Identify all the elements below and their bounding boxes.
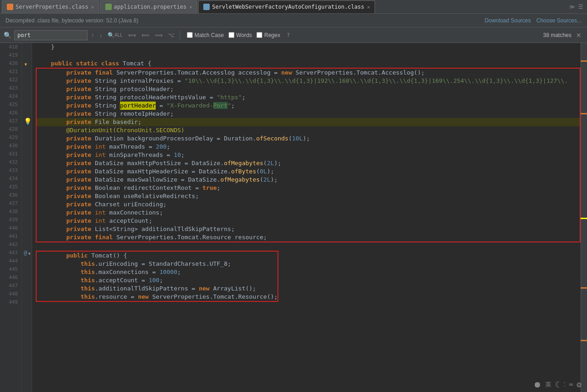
tab-icon-orange (7, 4, 13, 10)
line-num-446: 446 (2, 274, 18, 282)
tab-servlet-config[interactable]: ServletWebServerFactoryAutoConfiguration… (198, 0, 375, 13)
code-line-426: private String remoteIpHeader; (37, 110, 580, 118)
code-line-440: private List<String> additionalTldSkipPa… (37, 225, 580, 233)
line-num-428: 428 (2, 125, 18, 134)
line-num-430: 430 (2, 142, 18, 150)
download-sources-link[interactable]: Download Sources (485, 17, 531, 24)
code-line-444: this.uriEncoding = StandardCharsets.UTF_… (37, 260, 277, 268)
tab-label-servlet: ServletWebServerFactoryAutoConfiguration… (212, 4, 364, 10)
search-word-btn[interactable]: ⟺ (126, 31, 138, 39)
match-case-checkbox[interactable] (187, 32, 193, 38)
search-find-btn[interactable]: 🔍ALL (106, 31, 125, 39)
line-num-426: 426 (2, 109, 18, 117)
tray-record-icon[interactable]: ⏺ (533, 380, 542, 389)
red-box-section-1: private final ServerProperties.Tomcat.Ac… (36, 68, 581, 242)
line-num-432: 432 (2, 158, 18, 166)
line-num-420: 420 (2, 59, 18, 68)
tab-icon-blue (203, 4, 210, 10)
search-close-button[interactable]: ✕ (573, 31, 584, 40)
code-line-430: private int maxThreads = 200; (37, 143, 580, 151)
tab-close-servlet[interactable]: ✕ (367, 4, 370, 10)
search-help-icon[interactable]: ? (285, 31, 292, 39)
scroll-mark-4 (581, 340, 587, 341)
code-line-435: private Boolean redirectContextRoot = tr… (37, 184, 580, 192)
line-num-439: 439 (2, 216, 18, 224)
line-num-419: 419 (2, 51, 18, 59)
tray-moon-icon[interactable]: ☾ (555, 380, 560, 389)
tab-close-app[interactable]: ✕ (190, 4, 193, 10)
decompiled-info-text: Decompiled .class file, bytecode version… (5, 17, 138, 24)
code-line-443: public Tomcat() { (37, 252, 277, 260)
regex-label: Regex (264, 32, 280, 38)
line-num-429: 429 (2, 134, 18, 142)
tab-close-server[interactable]: ✕ (91, 4, 94, 10)
words-option[interactable]: Words (228, 32, 252, 38)
search-next-word-btn[interactable]: ⟹ (153, 31, 164, 39)
code-line-422: private String internalProxies = "10\\.\… (37, 77, 580, 85)
tray-language-icon[interactable]: 英 (545, 381, 551, 389)
search-bar: 🔍 ↑ ↓ 🔍ALL ⟺ ⟸ ⟹ ⌥ Match Case Words Rege… (0, 27, 587, 43)
gutter-panel: ▾ 💡 @ ▾ (22, 43, 32, 392)
line-num-443: 443 (2, 249, 18, 257)
tray-keyboard-icon[interactable]: ⌨ (569, 381, 573, 388)
line-numbers-panel: 418 419 420 421 422 423 424 425 426 427 … (0, 43, 22, 392)
line-num-445: 445 (2, 265, 18, 274)
line-num-438: 438 (2, 208, 18, 216)
tab-application-properties[interactable]: application.properties ✕ (100, 0, 198, 13)
fold-marker-420[interactable]: ▾ (24, 60, 27, 68)
code-line-436: private Boolean useRelativeRedirects; (37, 192, 580, 200)
highlight-port: portHeader (120, 102, 156, 110)
tab-label-server: ServerProperties.class (16, 4, 88, 10)
scroll-current (581, 218, 587, 219)
code-line-446: this.acceptCount = 100; (37, 276, 277, 285)
code-line-438: private int maxConnections; (37, 209, 580, 217)
regex-option[interactable]: Regex (256, 32, 280, 38)
code-line-418: } (36, 43, 581, 51)
code-content: } public static class Tomcat { private f… (36, 43, 581, 310)
choose-sources-link[interactable]: Choose Sources... (536, 17, 582, 24)
search-prev-arrow[interactable]: ↑ (89, 31, 96, 39)
code-line-448: this.resource = new ServerProperties.Tom… (37, 293, 277, 301)
search-icon: 🔍 (3, 31, 12, 40)
line-num-434: 434 (2, 175, 18, 183)
at-marker-443[interactable]: @ (24, 250, 27, 256)
hint-marker-427[interactable]: 💡 (24, 118, 32, 125)
tab-overflow-icon[interactable]: ≫ ☰ (569, 4, 583, 10)
code-line-449 (36, 302, 581, 310)
line-num-440: 440 (2, 224, 18, 232)
code-line-442 (36, 242, 581, 251)
scroll-mark-1 (581, 60, 587, 62)
line-num-444: 444 (2, 257, 18, 265)
regex-checkbox[interactable] (256, 32, 262, 38)
search-separator (180, 31, 180, 40)
tray-settings-icon[interactable]: ⚙ (576, 380, 582, 389)
line-num-422: 422 (2, 76, 18, 84)
tab-label-app: application.properties (114, 4, 187, 10)
code-line-419 (36, 51, 581, 59)
line-num-427: 427 (2, 117, 18, 125)
editor-container: 418 419 420 421 422 423 424 425 426 427 … (0, 43, 587, 392)
code-line-431: private int minSpareThreads = 10; (37, 151, 580, 159)
scroll-mark-2 (581, 113, 587, 114)
line-num-418: 418 (2, 43, 18, 51)
match-case-option[interactable]: Match Case (187, 32, 224, 38)
code-line-447: this.additionalTldSkipPatterns = new Arr… (37, 285, 277, 293)
search-prev-word-btn[interactable]: ⟸ (140, 31, 151, 39)
line-num-423: 423 (2, 84, 18, 92)
search-input[interactable] (14, 30, 87, 40)
search-next-arrow[interactable]: ↓ (98, 31, 104, 39)
fold-marker-443[interactable]: ▾ (27, 250, 31, 257)
code-line-424: private String protocolHeaderHttpsValue … (37, 93, 580, 102)
line-num-441: 441 (2, 232, 18, 241)
code-editor[interactable]: } public static class Tomcat { private f… (32, 43, 581, 392)
line-num-436: 436 (2, 191, 18, 199)
code-line-433: private DataSize maxHttpHeaderSize = Dat… (37, 167, 580, 176)
search-filter-btn[interactable]: ⌥ (166, 31, 176, 39)
tray-dots-icon[interactable]: ⁚ (564, 381, 565, 388)
words-checkbox[interactable] (228, 32, 234, 38)
search-options: Match Case Words Regex ? (187, 31, 292, 39)
words-label: Words (236, 32, 252, 38)
tab-server-properties[interactable]: ServerProperties.class ✕ (2, 0, 99, 13)
scroll-indicator (581, 43, 587, 392)
line-num-433: 433 (2, 166, 18, 175)
